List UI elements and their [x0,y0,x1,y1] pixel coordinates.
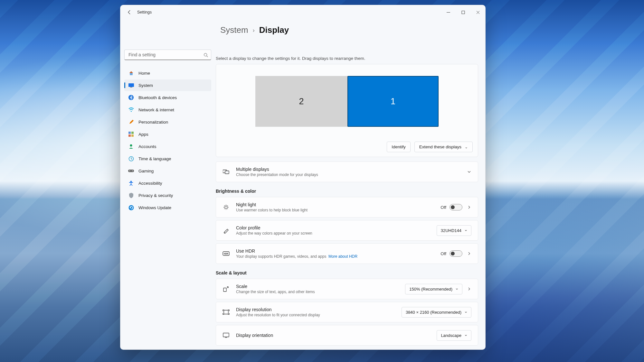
night-light-icon [223,204,230,210]
sidebar-item-label: Personalization [138,120,168,125]
system-icon [128,82,134,88]
svg-rect-0 [462,11,465,14]
display-arrange-card: 2 1 Identify Extend these displays ⌄ [216,64,478,157]
chevron-right-icon: › [253,27,255,34]
sidebar-item-accounts[interactable]: Accounts [124,141,211,152]
row-title: Display orientation [236,333,437,338]
svg-point-1 [204,53,207,56]
settings-window: Settings System › Display [120,5,486,350]
extend-dropdown[interactable]: Extend these displays ⌄ [414,142,473,152]
search-input[interactable] [124,50,211,60]
resolution-dropdown[interactable]: 3840 × 2160 (Recommended) [402,307,471,318]
svg-rect-9 [131,135,134,137]
sidebar-item-accessibility[interactable]: Accessibility [124,177,211,189]
back-button[interactable] [123,6,136,18]
page-title: Display [259,25,289,35]
night-light-toggle[interactable] [450,204,462,210]
identify-button[interactable]: Identify [387,142,411,152]
hdr-toggle[interactable] [450,250,462,257]
row-title: Color profile [236,225,437,230]
sidebar: Home System Bluetooth & devices Network … [120,19,216,349]
window-title: Settings [137,10,152,14]
sidebar-item-home[interactable]: Home [124,67,211,79]
wifi-icon [128,107,134,113]
color-profile-icon [223,227,230,234]
close-button[interactable] [470,5,485,19]
paintbrush-icon [128,119,134,125]
sidebar-item-label: Accessibility [138,181,162,186]
svg-point-5 [131,111,132,112]
sidebar-item-time-language[interactable]: Time & language [124,153,211,164]
svg-point-13 [129,171,130,171]
sidebar-item-privacy[interactable]: Privacy & security [124,190,211,201]
home-icon [128,70,134,76]
orientation-dropdown[interactable]: Landscape [437,330,471,341]
row-title: Use HDR [236,248,440,254]
arrange-instruction: Select a display to change the settings … [216,56,478,61]
row-subtitle: Your display supports HDR games, videos,… [236,254,440,259]
svg-rect-2 [128,83,134,87]
sidebar-item-label: Bluetooth & devices [138,95,177,100]
multiple-displays-row[interactable]: Multiple displays Choose the presentatio… [216,162,478,182]
monitor-1[interactable]: 1 [347,76,439,127]
orientation-row[interactable]: Display orientation Landscape [216,325,478,346]
svg-rect-23 [223,288,226,292]
sidebar-item-network[interactable]: Network & internet [124,104,211,116]
svg-rect-6 [128,132,131,134]
sidebar-item-bluetooth[interactable]: Bluetooth & devices [124,92,211,103]
breadcrumb-parent[interactable]: System [220,25,248,35]
svg-rect-12 [128,170,134,172]
night-light-row[interactable]: Night light Use warmer colors to help bl… [216,197,478,218]
row-title: Night light [236,202,440,207]
chevron-down-icon [467,170,471,174]
color-profile-row[interactable]: Color profile Adjust the way colors appe… [216,220,478,241]
color-profile-dropdown[interactable]: 32UHD144 [437,225,471,236]
person-icon [128,144,134,149]
sidebar-item-windows-update[interactable]: Windows Update [124,202,211,213]
monitor-arrangement[interactable]: 2 1 [221,76,473,127]
svg-point-15 [130,181,132,182]
hdr-icon: HDR [223,251,230,256]
row-title: Multiple displays [236,167,467,172]
row-subtitle: Adjust the way colors appear on your scr… [236,231,437,236]
maximize-button[interactable] [456,5,470,19]
sidebar-item-system[interactable]: System [124,79,211,91]
sidebar-item-label: Windows Update [138,205,171,210]
row-subtitle: Adjust the resolution to fit your connec… [236,313,402,317]
nav: Home System Bluetooth & devices Network … [124,67,211,213]
toggle-state: Off [440,251,446,256]
sidebar-item-label: System [138,83,153,88]
bluetooth-icon [128,95,134,100]
sidebar-item-label: Apps [138,132,148,137]
row-subtitle: Use warmer colors to help block blue lig… [236,208,440,212]
chevron-right-icon [467,251,471,256]
svg-point-14 [132,171,133,171]
breadcrumb: System › Display [220,25,289,35]
minimize-button[interactable] [441,5,456,19]
hdr-more-link[interactable]: More about HDR [328,254,357,259]
svg-rect-25 [223,333,229,337]
resolution-row[interactable]: Display resolution Adjust the resolution… [216,302,478,322]
section-scale-layout: Scale & layout [216,270,478,275]
row-title: Scale [236,284,405,289]
caption-buttons [441,5,485,19]
svg-point-16 [128,205,134,210]
shield-icon [128,192,134,198]
svg-rect-18 [225,171,229,174]
sidebar-item-personalization[interactable]: Personalization [124,116,211,128]
hdr-row[interactable]: HDR Use HDR Your display supports HDR ga… [216,243,478,264]
scale-row[interactable]: Scale Change the size of text, apps, and… [216,279,478,299]
sidebar-item-apps[interactable]: Apps [124,128,211,140]
globe-clock-icon [128,156,134,162]
accessibility-icon [128,180,134,186]
svg-rect-24 [224,310,228,314]
sidebar-item-gaming[interactable]: Gaming [124,165,211,177]
orientation-icon [223,333,230,338]
svg-text:HDR: HDR [224,253,228,255]
gamepad-icon [128,168,134,174]
sidebar-item-label: Privacy & security [138,193,173,198]
svg-rect-7 [131,132,134,134]
content: Select a display to change the settings … [216,19,485,349]
scale-dropdown[interactable]: 150% (Recommended) [405,284,462,294]
monitor-2[interactable]: 2 [255,76,347,127]
